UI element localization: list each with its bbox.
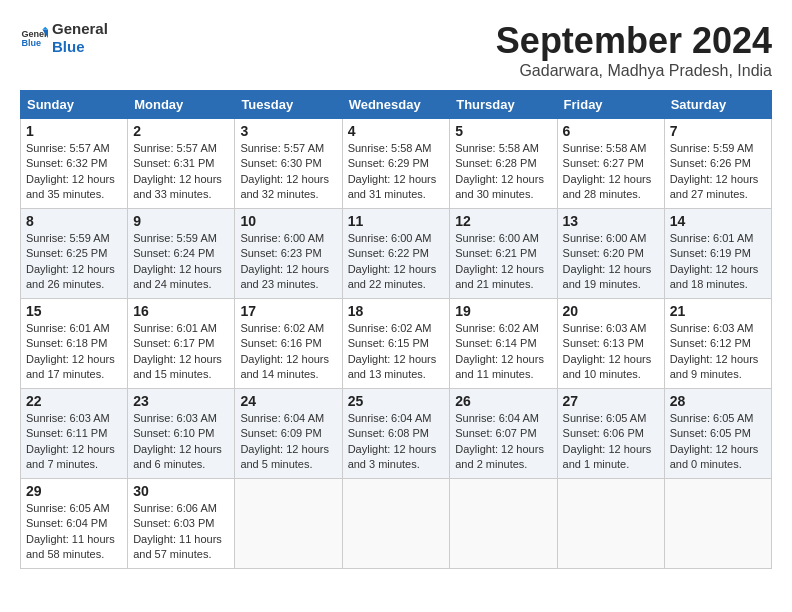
day-info: Sunrise: 6:00 AMSunset: 6:22 PMDaylight:… — [348, 232, 437, 290]
header-monday: Monday — [128, 91, 235, 119]
header-wednesday: Wednesday — [342, 91, 450, 119]
table-row: 8 Sunrise: 5:59 AMSunset: 6:25 PMDayligh… — [21, 209, 128, 299]
day-info: Sunrise: 6:04 AMSunset: 6:08 PMDaylight:… — [348, 412, 437, 470]
calendar-week-5: 29 Sunrise: 6:05 AMSunset: 6:04 PMDaylig… — [21, 479, 772, 569]
day-info: Sunrise: 6:01 AMSunset: 6:18 PMDaylight:… — [26, 322, 115, 380]
day-number: 4 — [348, 123, 445, 139]
day-info: Sunrise: 6:06 AMSunset: 6:03 PMDaylight:… — [133, 502, 222, 560]
table-row: 21 Sunrise: 6:03 AMSunset: 6:12 PMDaylig… — [664, 299, 771, 389]
day-number: 15 — [26, 303, 122, 319]
day-info: Sunrise: 5:57 AMSunset: 6:32 PMDaylight:… — [26, 142, 115, 200]
calendar-week-3: 15 Sunrise: 6:01 AMSunset: 6:18 PMDaylig… — [21, 299, 772, 389]
day-number: 23 — [133, 393, 229, 409]
table-row: 9 Sunrise: 5:59 AMSunset: 6:24 PMDayligh… — [128, 209, 235, 299]
day-number: 16 — [133, 303, 229, 319]
table-row: 16 Sunrise: 6:01 AMSunset: 6:17 PMDaylig… — [128, 299, 235, 389]
location-subtitle: Gadarwara, Madhya Pradesh, India — [496, 62, 772, 80]
day-info: Sunrise: 5:57 AMSunset: 6:31 PMDaylight:… — [133, 142, 222, 200]
table-row — [450, 479, 557, 569]
day-info: Sunrise: 6:02 AMSunset: 6:14 PMDaylight:… — [455, 322, 544, 380]
logo: General Blue General Blue — [20, 20, 108, 56]
day-info: Sunrise: 6:01 AMSunset: 6:17 PMDaylight:… — [133, 322, 222, 380]
day-number: 2 — [133, 123, 229, 139]
day-number: 20 — [563, 303, 659, 319]
table-row: 12 Sunrise: 6:00 AMSunset: 6:21 PMDaylig… — [450, 209, 557, 299]
day-number: 9 — [133, 213, 229, 229]
table-row: 29 Sunrise: 6:05 AMSunset: 6:04 PMDaylig… — [21, 479, 128, 569]
day-info: Sunrise: 6:04 AMSunset: 6:07 PMDaylight:… — [455, 412, 544, 470]
day-info: Sunrise: 5:59 AMSunset: 6:26 PMDaylight:… — [670, 142, 759, 200]
svg-text:Blue: Blue — [21, 38, 41, 48]
table-row — [557, 479, 664, 569]
day-info: Sunrise: 6:03 AMSunset: 6:11 PMDaylight:… — [26, 412, 115, 470]
table-row: 7 Sunrise: 5:59 AMSunset: 6:26 PMDayligh… — [664, 119, 771, 209]
day-number: 8 — [26, 213, 122, 229]
day-info: Sunrise: 5:58 AMSunset: 6:27 PMDaylight:… — [563, 142, 652, 200]
table-row: 14 Sunrise: 6:01 AMSunset: 6:19 PMDaylig… — [664, 209, 771, 299]
logo-line1: General — [52, 20, 108, 38]
day-info: Sunrise: 6:05 AMSunset: 6:04 PMDaylight:… — [26, 502, 115, 560]
table-row: 30 Sunrise: 6:06 AMSunset: 6:03 PMDaylig… — [128, 479, 235, 569]
calendar-week-1: 1 Sunrise: 5:57 AMSunset: 6:32 PMDayligh… — [21, 119, 772, 209]
day-info: Sunrise: 6:00 AMSunset: 6:21 PMDaylight:… — [455, 232, 544, 290]
day-number: 17 — [240, 303, 336, 319]
calendar-header-row: Sunday Monday Tuesday Wednesday Thursday… — [21, 91, 772, 119]
day-info: Sunrise: 5:58 AMSunset: 6:28 PMDaylight:… — [455, 142, 544, 200]
table-row — [664, 479, 771, 569]
day-info: Sunrise: 6:03 AMSunset: 6:12 PMDaylight:… — [670, 322, 759, 380]
calendar-week-4: 22 Sunrise: 6:03 AMSunset: 6:11 PMDaylig… — [21, 389, 772, 479]
calendar-table: Sunday Monday Tuesday Wednesday Thursday… — [20, 90, 772, 569]
day-info: Sunrise: 5:58 AMSunset: 6:29 PMDaylight:… — [348, 142, 437, 200]
day-info: Sunrise: 6:00 AMSunset: 6:20 PMDaylight:… — [563, 232, 652, 290]
day-number: 10 — [240, 213, 336, 229]
day-info: Sunrise: 6:05 AMSunset: 6:06 PMDaylight:… — [563, 412, 652, 470]
day-number: 14 — [670, 213, 766, 229]
table-row: 27 Sunrise: 6:05 AMSunset: 6:06 PMDaylig… — [557, 389, 664, 479]
day-number: 29 — [26, 483, 122, 499]
table-row: 3 Sunrise: 5:57 AMSunset: 6:30 PMDayligh… — [235, 119, 342, 209]
day-number: 26 — [455, 393, 551, 409]
day-info: Sunrise: 6:02 AMSunset: 6:15 PMDaylight:… — [348, 322, 437, 380]
day-info: Sunrise: 6:04 AMSunset: 6:09 PMDaylight:… — [240, 412, 329, 470]
day-number: 6 — [563, 123, 659, 139]
day-info: Sunrise: 5:59 AMSunset: 6:25 PMDaylight:… — [26, 232, 115, 290]
header-tuesday: Tuesday — [235, 91, 342, 119]
day-number: 27 — [563, 393, 659, 409]
day-info: Sunrise: 5:59 AMSunset: 6:24 PMDaylight:… — [133, 232, 222, 290]
header-sunday: Sunday — [21, 91, 128, 119]
table-row: 24 Sunrise: 6:04 AMSunset: 6:09 PMDaylig… — [235, 389, 342, 479]
table-row: 13 Sunrise: 6:00 AMSunset: 6:20 PMDaylig… — [557, 209, 664, 299]
day-number: 12 — [455, 213, 551, 229]
header-thursday: Thursday — [450, 91, 557, 119]
day-number: 30 — [133, 483, 229, 499]
day-info: Sunrise: 6:03 AMSunset: 6:13 PMDaylight:… — [563, 322, 652, 380]
day-number: 25 — [348, 393, 445, 409]
table-row — [342, 479, 450, 569]
day-info: Sunrise: 5:57 AMSunset: 6:30 PMDaylight:… — [240, 142, 329, 200]
table-row: 19 Sunrise: 6:02 AMSunset: 6:14 PMDaylig… — [450, 299, 557, 389]
table-row: 25 Sunrise: 6:04 AMSunset: 6:08 PMDaylig… — [342, 389, 450, 479]
logo-icon: General Blue — [20, 24, 48, 52]
day-info: Sunrise: 6:03 AMSunset: 6:10 PMDaylight:… — [133, 412, 222, 470]
table-row: 26 Sunrise: 6:04 AMSunset: 6:07 PMDaylig… — [450, 389, 557, 479]
day-number: 1 — [26, 123, 122, 139]
table-row: 2 Sunrise: 5:57 AMSunset: 6:31 PMDayligh… — [128, 119, 235, 209]
day-number: 7 — [670, 123, 766, 139]
table-row — [235, 479, 342, 569]
day-number: 13 — [563, 213, 659, 229]
table-row: 23 Sunrise: 6:03 AMSunset: 6:10 PMDaylig… — [128, 389, 235, 479]
table-row: 28 Sunrise: 6:05 AMSunset: 6:05 PMDaylig… — [664, 389, 771, 479]
day-number: 3 — [240, 123, 336, 139]
table-row: 15 Sunrise: 6:01 AMSunset: 6:18 PMDaylig… — [21, 299, 128, 389]
month-title: September 2024 — [496, 20, 772, 62]
header-friday: Friday — [557, 91, 664, 119]
logo-line2: Blue — [52, 38, 108, 56]
day-info: Sunrise: 6:01 AMSunset: 6:19 PMDaylight:… — [670, 232, 759, 290]
title-section: September 2024 Gadarwara, Madhya Pradesh… — [496, 20, 772, 80]
table-row: 6 Sunrise: 5:58 AMSunset: 6:27 PMDayligh… — [557, 119, 664, 209]
calendar-week-2: 8 Sunrise: 5:59 AMSunset: 6:25 PMDayligh… — [21, 209, 772, 299]
day-number: 5 — [455, 123, 551, 139]
header-saturday: Saturday — [664, 91, 771, 119]
day-info: Sunrise: 6:00 AMSunset: 6:23 PMDaylight:… — [240, 232, 329, 290]
table-row: 11 Sunrise: 6:00 AMSunset: 6:22 PMDaylig… — [342, 209, 450, 299]
